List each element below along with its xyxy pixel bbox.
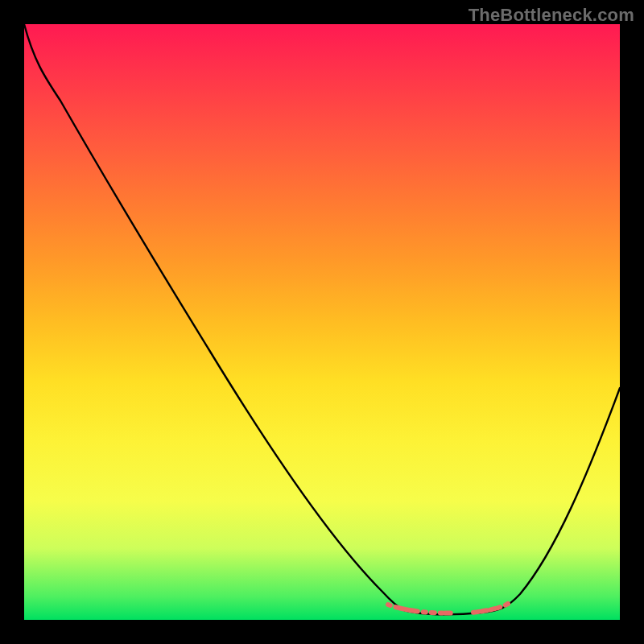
chart-frame: TheBottleneck.com — [0, 0, 644, 644]
optimal-range-marker-path — [388, 604, 508, 613]
bottleneck-curve-path — [24, 24, 620, 614]
watermark-text: TheBottleneck.com — [469, 5, 634, 26]
plot-area — [24, 24, 620, 620]
curve-layer — [24, 24, 620, 620]
